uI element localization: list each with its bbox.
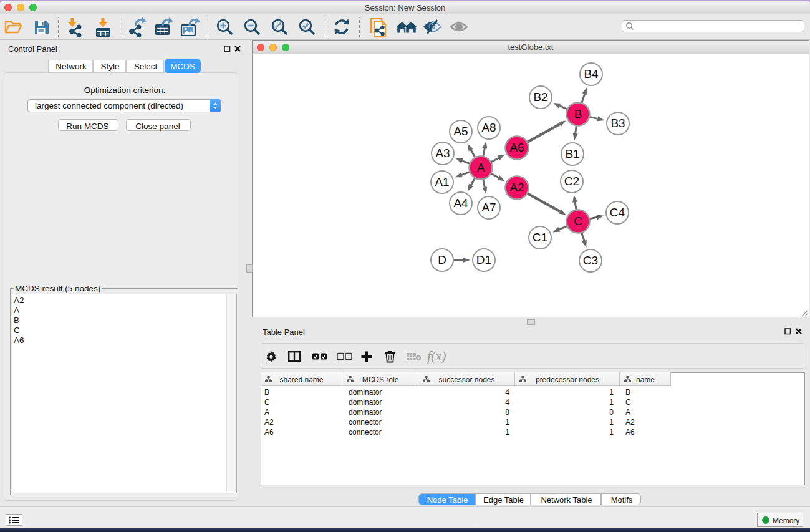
svg-text:C1: C1	[533, 231, 547, 244]
svg-text:A: A	[477, 161, 485, 174]
svg-text:B3: B3	[610, 117, 625, 130]
svg-text:D1: D1	[476, 253, 491, 266]
svg-text:A8: A8	[481, 121, 496, 134]
svg-text:A3: A3	[435, 147, 450, 160]
svg-text:B1: B1	[565, 147, 579, 160]
svg-text:C4: C4	[610, 206, 625, 219]
svg-text:A6: A6	[509, 141, 524, 154]
svg-text:A1: A1	[435, 175, 449, 188]
svg-text:B4: B4	[584, 67, 599, 80]
svg-text:B2: B2	[533, 90, 547, 104]
svg-text:A5: A5	[453, 125, 468, 138]
svg-text:D: D	[438, 253, 446, 266]
svg-text:C3: C3	[583, 254, 598, 267]
svg-text:B: B	[574, 107, 582, 120]
svg-text:A4: A4	[453, 196, 468, 210]
svg-text:A2: A2	[509, 181, 524, 194]
svg-text:C: C	[574, 215, 582, 228]
svg-text:A7: A7	[481, 201, 496, 214]
svg-text:C2: C2	[564, 175, 579, 188]
